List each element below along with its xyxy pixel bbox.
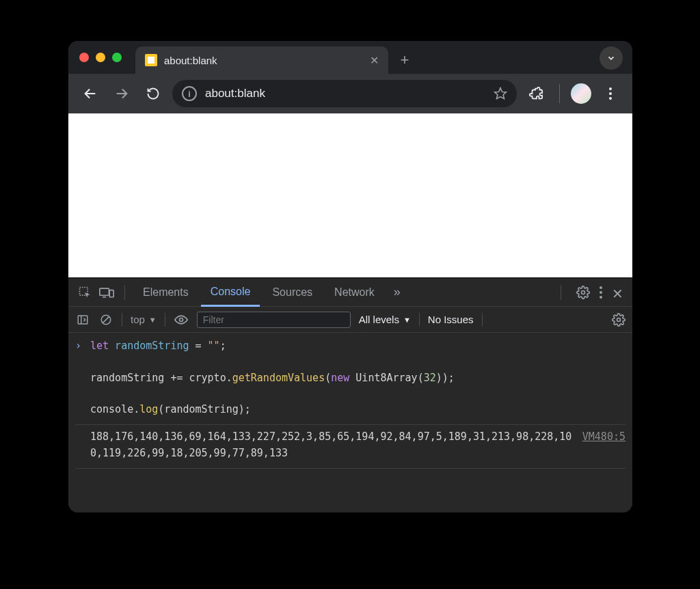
tab-network[interactable]: Network bbox=[325, 278, 384, 307]
levels-label: All levels bbox=[359, 314, 399, 325]
devtools-menu-button[interactable] bbox=[600, 286, 602, 299]
svg-line-11 bbox=[103, 316, 109, 323]
ban-icon bbox=[100, 314, 112, 326]
reload-icon bbox=[146, 87, 160, 100]
tab-strip: about:blank ✕ + bbox=[68, 41, 632, 74]
triangle-down-icon: ▼ bbox=[403, 316, 411, 324]
console-input-code: let randomString = ""; randomString += c… bbox=[90, 338, 625, 417]
page-viewport bbox=[68, 113, 632, 277]
devtools-separator bbox=[561, 285, 561, 300]
console-separator bbox=[482, 313, 483, 327]
gear-icon bbox=[612, 313, 625, 327]
live-expression-button[interactable] bbox=[174, 315, 189, 325]
devtools-panel: Elements Console Sources Network » ✕ bbox=[68, 277, 632, 512]
devices-icon bbox=[99, 286, 114, 299]
tab-sources[interactable]: Sources bbox=[262, 278, 322, 307]
console-filter[interactable] bbox=[197, 312, 351, 328]
window-controls bbox=[79, 53, 122, 62]
star-icon bbox=[494, 87, 507, 100]
devtools-tab-bar: Elements Console Sources Network » ✕ bbox=[68, 278, 632, 307]
gear-icon bbox=[576, 286, 590, 299]
site-info-icon[interactable]: i bbox=[182, 86, 197, 101]
chevron-down-icon bbox=[606, 53, 616, 63]
arrow-right-icon bbox=[114, 86, 129, 101]
tab-elements[interactable]: Elements bbox=[133, 278, 198, 307]
back-button[interactable] bbox=[78, 81, 103, 106]
panel-left-icon bbox=[77, 314, 89, 326]
toolbar-divider bbox=[559, 84, 560, 103]
tab-close-button[interactable]: ✕ bbox=[370, 54, 379, 67]
tabs-dropdown-button[interactable] bbox=[600, 46, 623, 70]
close-window-button[interactable] bbox=[79, 53, 89, 62]
console-separator bbox=[165, 313, 165, 327]
issues-label[interactable]: No Issues bbox=[428, 314, 474, 325]
tab-console[interactable]: Console bbox=[201, 278, 260, 307]
console-output-row: 188,176,140,136,69,164,133,227,252,3,85,… bbox=[75, 425, 625, 461]
prompt-chevron-icon: › bbox=[75, 338, 90, 417]
log-levels-selector[interactable]: All levels ▼ bbox=[359, 314, 411, 325]
console-divider bbox=[75, 468, 625, 469]
triangle-down-icon: ▼ bbox=[149, 316, 157, 324]
arrow-left-icon bbox=[83, 86, 98, 101]
device-toolbar-button[interactable] bbox=[97, 286, 116, 299]
new-tab-button[interactable]: + bbox=[394, 49, 416, 71]
devtools-close-button[interactable]: ✕ bbox=[612, 286, 625, 299]
inspect-icon bbox=[78, 286, 92, 299]
inspect-element-button[interactable] bbox=[75, 286, 94, 299]
forward-button[interactable] bbox=[109, 81, 134, 106]
bookmark-button[interactable] bbox=[494, 87, 507, 100]
url-input[interactable] bbox=[205, 87, 485, 100]
svg-marker-2 bbox=[495, 88, 507, 99]
svg-point-13 bbox=[617, 318, 621, 321]
svg-rect-6 bbox=[109, 290, 113, 297]
reload-button[interactable] bbox=[141, 81, 165, 106]
eye-icon bbox=[174, 315, 188, 325]
console-source-link[interactable]: VM480:5 bbox=[582, 429, 625, 461]
console-separator bbox=[122, 313, 122, 327]
favicon-icon bbox=[145, 54, 157, 66]
console-sidebar-toggle[interactable] bbox=[75, 314, 90, 326]
console-settings-button[interactable] bbox=[612, 313, 625, 327]
tab-title: about:blank bbox=[164, 55, 363, 66]
address-bar[interactable]: i bbox=[172, 80, 517, 107]
browser-tab[interactable]: about:blank ✕ bbox=[135, 46, 388, 74]
extensions-button[interactable] bbox=[524, 81, 548, 106]
browser-menu-button[interactable] bbox=[598, 81, 623, 106]
console-output: 188,176,140,136,69,164,133,227,252,3,85,… bbox=[75, 429, 574, 461]
context-label: top bbox=[131, 314, 145, 325]
minimize-window-button[interactable] bbox=[96, 53, 105, 62]
execution-context-selector[interactable]: top ▼ bbox=[131, 314, 157, 325]
console-toolbar: top ▼ All levels ▼ No Issues bbox=[68, 307, 632, 333]
devtools-settings-button[interactable] bbox=[576, 286, 590, 299]
maximize-window-button[interactable] bbox=[112, 53, 122, 62]
console-body[interactable]: › let randomString = ""; randomString +=… bbox=[68, 333, 632, 512]
kebab-icon bbox=[609, 87, 612, 100]
devtools-separator bbox=[124, 285, 125, 300]
more-tabs-button[interactable]: » bbox=[387, 285, 407, 299]
browser-window: about:blank ✕ + i bbox=[68, 41, 632, 512]
svg-rect-4 bbox=[100, 288, 109, 295]
clear-console-button[interactable] bbox=[98, 314, 113, 326]
console-separator bbox=[419, 313, 420, 327]
filter-input[interactable] bbox=[203, 314, 345, 325]
svg-point-12 bbox=[179, 318, 183, 321]
profile-avatar[interactable] bbox=[571, 83, 591, 104]
puzzle-icon bbox=[528, 86, 543, 101]
console-input-row: › let randomString = ""; randomString +=… bbox=[75, 338, 625, 417]
svg-point-7 bbox=[582, 290, 585, 294]
browser-toolbar: i bbox=[68, 74, 632, 113]
